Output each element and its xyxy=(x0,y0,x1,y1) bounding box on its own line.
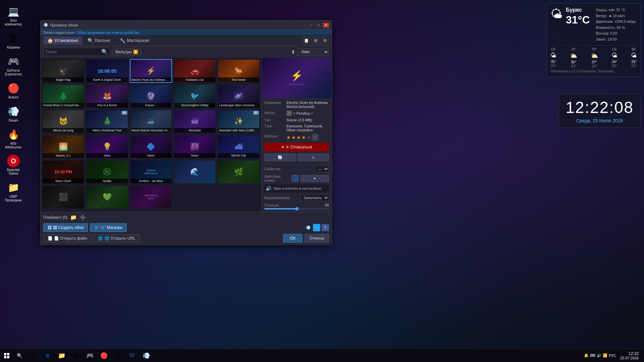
trash-icon-label: Корзина xyxy=(7,46,20,49)
wallpaper-label-18: Neon xyxy=(130,153,172,158)
search-input[interactable] xyxy=(46,50,100,54)
start-button[interactable] xyxy=(0,349,13,362)
create-wallpaper-button[interactable]: 🖼 🖼 Создать обои xyxy=(43,223,88,232)
weather-sunset: Закат: 19:59 xyxy=(596,37,636,43)
taskbar-icon-word[interactable]: W xyxy=(125,349,139,362)
minimize-button[interactable]: ─ xyxy=(308,23,314,27)
wallpaper-item-9[interactable]: 🐦 Hummingbird 1080p xyxy=(173,84,216,108)
wallpaper-item-12[interactable]: 🎄 🔔 Merry Christmas Tree xyxy=(86,110,128,133)
wallpaper-item-11[interactable]: 🐱 Meow cat song xyxy=(42,110,85,133)
open-url-button[interactable]: 🌐 🌐 Открыть URL xyxy=(94,234,140,242)
taskbar-icon-edge[interactable]: e xyxy=(41,349,54,362)
taskbar-icon-mail[interactable]: ✉ xyxy=(69,349,83,362)
tab-bar: 🏠 Установлено 🔍 Discover 🔧 Мастерская 📋 … xyxy=(41,35,332,46)
taskbar-icon-unknown1[interactable]: 🎮 xyxy=(83,349,97,362)
wallpaper-item-22[interactable]: Ⓝ Nvidia xyxy=(86,160,128,184)
wallpaper-item-25[interactable]: 🌿 xyxy=(217,160,260,184)
wallpaper-grid-area[interactable]: 🦅 Eagle Flag 16:06:05 Earth & Digital Cl… xyxy=(41,58,261,212)
twitter-social-icon[interactable]: 🐦 xyxy=(313,224,320,231)
favorite-star-btn[interactable]: ☆ xyxy=(312,134,318,141)
taskbar-search-button[interactable]: 🔍 xyxy=(13,349,25,362)
wallpaper-item-17[interactable]: 💡 neon xyxy=(86,135,128,159)
computer-icon-label: Этот компьютер xyxy=(3,19,24,26)
wallpaper-item-1[interactable]: 🦅 Eagle Flag xyxy=(42,59,85,83)
cancel-button[interactable]: Отмена xyxy=(305,234,329,243)
wallpaper-item-8[interactable]: 🔮 Future... xyxy=(130,84,172,108)
tab-installed[interactable]: 🏠 Установлено xyxy=(43,37,82,45)
taskbar-icon-steam-taskbar[interactable]: 💨 xyxy=(140,349,153,362)
clock-date: Среда, 25 Июля 2018 xyxy=(566,118,634,123)
taskbar-icon-explorer[interactable]: 📁 xyxy=(55,349,68,362)
wallpaper-label-11: Meow cat song xyxy=(43,128,84,133)
buttons-bottom-row: 📄 📄 Открыть файл 🌐 🌐 Открыть URL ОК Отме… xyxy=(43,234,329,243)
wallpaper-item-23[interactable]: NVIDIAGEFORCE NVIDIA - ver Blue xyxy=(130,160,172,184)
wallpaper-item-6[interactable]: 🌲 Forest River [ / Sound+Music 2 ] xyxy=(42,84,85,108)
properties-select[interactable]: — xyxy=(315,166,329,172)
taskbar-icon-opera[interactable]: O xyxy=(111,349,125,362)
desktop-icon-steam[interactable]: 💨 Steam xyxy=(2,103,25,124)
wallpaper-grid: 🦅 Eagle Flag 16:06:05 Earth & Digital Cl… xyxy=(42,59,260,209)
sort-select[interactable]: Имя Дата Рейтинг xyxy=(297,48,329,56)
wallpaper-item-7[interactable]: 🦊 Fox in a forest xyxy=(86,84,128,108)
facebook-social-icon[interactable]: f xyxy=(322,224,329,231)
mute-icon: 🔊 xyxy=(266,186,271,191)
detail-tags-label: Тэги: xyxy=(264,124,284,128)
wallpaper-item-26[interactable]: ⬛ xyxy=(42,185,85,209)
taskbar-icon-unknown2[interactable]: 🔴 xyxy=(97,349,111,362)
color-dropdown-btn[interactable]: ▼ xyxy=(301,175,329,182)
desktop-icon-msi[interactable]: 🔥 MSI Afterburner xyxy=(2,126,25,150)
star-1: ★ xyxy=(286,135,291,140)
playlist-folder-icon[interactable]: 📁 xyxy=(70,214,77,221)
tab-discover[interactable]: 🔍 Discover xyxy=(84,37,114,45)
shop-button[interactable]: 🛒 🛒 Магазин xyxy=(90,223,127,232)
wallpaper-item-5[interactable]: 🐎 Fire horse xyxy=(217,59,260,83)
align-select[interactable]: Заполнить xyxy=(301,194,329,201)
playlist-add-icon[interactable]: ➕ xyxy=(79,214,86,221)
color-picker-btn[interactable] xyxy=(292,175,299,182)
tab-workshop[interactable]: 🔧 Мастерская xyxy=(116,37,153,45)
wallpaper-item-27[interactable]: 💚 xyxy=(86,185,128,209)
wallpaper-item-14[interactable]: 🏔 Mountain xyxy=(173,110,216,133)
warning-btn[interactable]: ⚠ xyxy=(298,154,329,161)
desktop-icon-uwp[interactable]: 📁 UWP Проводник xyxy=(2,179,25,203)
wallpaper-item-4[interactable]: 🚗 Fantastic Car xyxy=(173,59,216,83)
wallpaper-item-2[interactable]: 16:06:05 Earth & Digital Clock xyxy=(86,59,128,83)
close-button[interactable]: ✕ xyxy=(323,23,329,27)
position-slider-thumb[interactable] xyxy=(295,207,299,210)
desktop-icon-computer[interactable]: 💻 Этот компьютер xyxy=(2,3,25,27)
desktop-icon-action[interactable]: 🔴 Action! xyxy=(2,80,25,101)
wallpaper-item-15[interactable]: ✨ 🔔 Mountain with Stars [1080p 60FPS] xyxy=(217,110,260,133)
desktop-icon-opera[interactable]: O Браузер Opera xyxy=(2,153,25,177)
view-type-btn-1[interactable]: 📋 xyxy=(302,37,310,45)
desktop-icon-trash[interactable]: 🗑 Корзина xyxy=(2,30,25,51)
refresh-btn[interactable]: 🔄 xyxy=(264,154,296,161)
wallpaper-item-19[interactable]: 🌆 Neon xyxy=(173,135,216,159)
wallpaper-item-21[interactable]: 10:43 PM Neon Clock xyxy=(42,160,85,184)
taskbar-icon-taskview[interactable]: ⊡ xyxy=(27,349,40,362)
unsubscribe-button[interactable]: ✕ ✕ Отписаться xyxy=(264,143,329,152)
create-wallpaper-label: 🖼 Создать обои xyxy=(53,225,84,230)
detail-rating-label: Рейтинг: xyxy=(264,134,284,138)
steam-social-icon[interactable]: 💨 xyxy=(304,224,312,231)
open-file-button[interactable]: 📄 📄 Открыть файл xyxy=(43,234,92,242)
wallpaper-item-10[interactable]: 🌌 Landscape Stars Universe 1080p xyxy=(217,84,260,108)
wallpaper-item-3[interactable]: ⚡ Electric Hues by Andreas Rocha (w/soun… xyxy=(130,59,172,83)
weather-day-1: ЧТ ⛅ 36° 23° xyxy=(570,48,577,68)
position-slider-track[interactable] xyxy=(264,208,329,209)
wallpaper-item-16[interactable]: 🌅 Nature_0.1 xyxy=(42,135,85,159)
wallpaper-item-28[interactable]: GEFORCEGTX xyxy=(130,185,172,209)
unsubscribe-label: ✕ Отписаться xyxy=(286,145,312,149)
open-url-label: 🌐 Открыть URL xyxy=(104,236,136,241)
maximize-button[interactable]: □ xyxy=(316,23,322,27)
settings-btn[interactable]: ⚙ xyxy=(321,37,329,45)
ok-button[interactable]: ОК xyxy=(283,234,303,243)
wallpaper-item-13[interactable]: ⛰ Mount Rainier Mountain river 4К xyxy=(130,110,172,133)
filter-button[interactable]: Фильтры 🔽 xyxy=(112,48,141,56)
wallpaper-item-18[interactable]: 🔷 Neon xyxy=(130,135,172,159)
view-type-btn-2[interactable]: ⊞ xyxy=(312,37,320,45)
wallpaper-item-24[interactable]: 🌊 xyxy=(173,160,216,184)
wallpaper-item-20[interactable]: 🏙 NEON City xyxy=(217,135,260,159)
desktop-icon-geforce[interactable]: 🎮 GeForce Experience xyxy=(2,53,25,77)
taskbar-clock[interactable]: 12:22 25.07.2018 xyxy=(618,351,641,361)
steam-notif-link[interactable]: Обои загружены на этом устройстве xyxy=(77,31,139,35)
